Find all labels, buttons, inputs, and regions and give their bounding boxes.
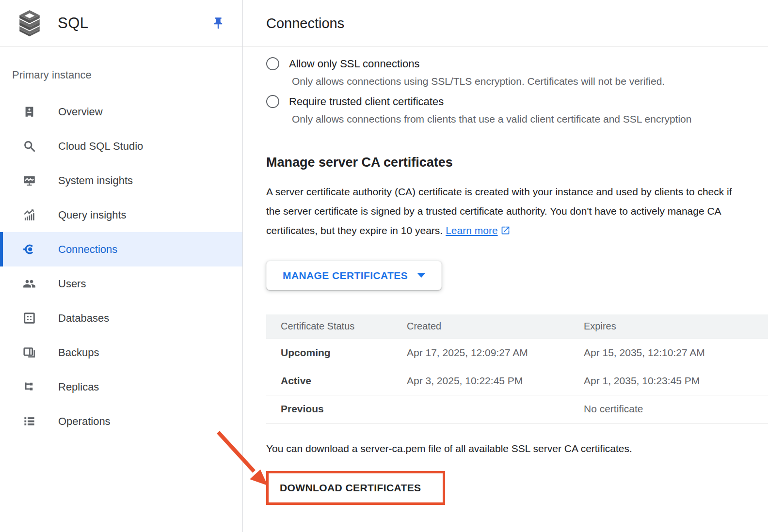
sidebar-nav: Overview Cloud SQL Studio System insight… <box>0 94 242 438</box>
main-panel: Connections Allow only SSL connections O… <box>243 0 768 532</box>
ssl-option-allow-only-ssl: Allow only SSL connections Only allows c… <box>266 57 768 87</box>
sidebar-item-backups[interactable]: Backups <box>0 335 242 370</box>
sidebar-item-users[interactable]: Users <box>0 266 242 301</box>
cert-created: Apr 3, 2025, 10:22:45 PM <box>392 367 569 395</box>
table-header-row: Certificate Status Created Expires <box>266 314 768 339</box>
cloud-sql-logo-icon <box>17 10 42 36</box>
chevron-down-icon <box>417 273 425 278</box>
sidebar-item-label: Operations <box>58 415 111 428</box>
cert-expires: No certificate <box>569 395 768 423</box>
sidebar-item-system-insights[interactable]: System insights <box>0 163 242 198</box>
download-certificates-button[interactable]: DOWNLOAD CERTIFICATES <box>269 473 443 502</box>
sidebar-header: SQL <box>0 0 242 47</box>
sidebar-item-databases[interactable]: Databases <box>0 301 242 335</box>
cert-status: Previous <box>266 395 392 423</box>
radio-row[interactable]: Require trusted client certificates <box>266 95 768 108</box>
ca-description-text: A server certificate authority (CA) cert… <box>266 186 732 236</box>
open-in-new-icon <box>500 225 511 235</box>
cert-created: Apr 17, 2025, 12:09:27 AM <box>392 339 569 367</box>
sidebar-item-cloud-sql-studio[interactable]: Cloud SQL Studio <box>0 129 242 163</box>
sidebar-item-label: Users <box>58 278 86 290</box>
annotation-highlight-box: DOWNLOAD CERTIFICATES <box>266 471 445 505</box>
query-insights-icon <box>23 208 36 221</box>
cert-status: Upcoming <box>266 339 392 367</box>
sidebar-item-label: Cloud SQL Studio <box>58 140 143 153</box>
cert-expires: Apr 15, 2035, 12:10:27 AM <box>569 339 768 367</box>
sidebar-item-label: Backups <box>58 346 99 359</box>
sidebar-item-replicas[interactable]: Replicas <box>0 370 242 404</box>
table-row: Active Apr 3, 2025, 10:22:45 PM Apr 1, 2… <box>266 367 768 395</box>
column-header-certificate-status: Certificate Status <box>266 314 392 339</box>
operations-icon <box>23 415 36 428</box>
product-name: SQL <box>58 15 89 32</box>
connections-content: Allow only SSL connections Only allows c… <box>243 47 768 505</box>
sidebar: SQL Primary instance Overview Clo <box>0 0 243 532</box>
cert-expires: Apr 1, 2035, 10:23:45 PM <box>569 367 768 395</box>
column-header-created: Created <box>392 314 569 339</box>
page-title: Connections <box>266 16 344 31</box>
sidebar-item-label: Replicas <box>58 381 99 393</box>
sidebar-item-label: System insights <box>58 174 133 187</box>
cert-created <box>392 395 569 423</box>
users-icon <box>23 277 36 290</box>
radio-button[interactable] <box>266 57 279 70</box>
learn-more-link[interactable]: Learn more <box>446 225 497 236</box>
sidebar-item-label: Overview <box>58 106 103 118</box>
radio-label: Allow only SSL connections <box>289 58 419 70</box>
instance-section-label: Primary instance <box>0 47 242 94</box>
radio-row[interactable]: Allow only SSL connections <box>266 57 768 70</box>
sidebar-item-label: Query insights <box>58 209 127 221</box>
radio-description: Only allows connections from clients tha… <box>292 113 757 125</box>
page-header: Connections <box>243 0 768 47</box>
radio-label: Require trusted client certificates <box>289 95 444 108</box>
manage-certificates-button[interactable]: MANAGE CERTIFICATES <box>266 261 442 290</box>
manage-certificates-label: MANAGE CERTIFICATES <box>283 270 408 282</box>
pin-icon[interactable] <box>211 16 225 31</box>
cloud-sql-console: SQL Primary instance Overview Clo <box>0 0 768 532</box>
sidebar-item-label: Databases <box>58 312 109 325</box>
table-row: Previous No certificate <box>266 395 768 423</box>
sidebar-item-label: Connections <box>58 243 117 256</box>
backups-icon <box>23 346 36 359</box>
cert-status: Active <box>266 367 392 395</box>
sidebar-item-operations[interactable]: Operations <box>0 404 242 438</box>
replicas-icon <box>23 380 36 393</box>
sidebar-item-connections[interactable]: Connections <box>0 232 242 266</box>
radio-description: Only allows connections using SSL/TLS en… <box>292 76 757 87</box>
search-icon <box>23 140 36 153</box>
overview-icon <box>23 105 36 118</box>
sidebar-item-query-insights[interactable]: Query insights <box>0 198 242 232</box>
table-row: Upcoming Apr 17, 2025, 12:09:27 AM Apr 1… <box>266 339 768 367</box>
radio-button[interactable] <box>266 95 279 108</box>
download-note: You can download a server-ca.pem file of… <box>266 443 768 454</box>
column-header-expires: Expires <box>569 314 768 339</box>
system-insights-icon <box>23 174 36 187</box>
certificates-table: Certificate Status Created Expires Upcom… <box>266 314 768 423</box>
ssl-option-require-client-certs: Require trusted client certificates Only… <box>266 95 768 125</box>
databases-icon <box>23 312 36 325</box>
connections-icon <box>23 243 36 256</box>
section-heading: Manage server CA certificates <box>266 155 768 170</box>
section-body: A server certificate authority (CA) cert… <box>266 182 747 240</box>
sidebar-item-overview[interactable]: Overview <box>0 94 242 129</box>
